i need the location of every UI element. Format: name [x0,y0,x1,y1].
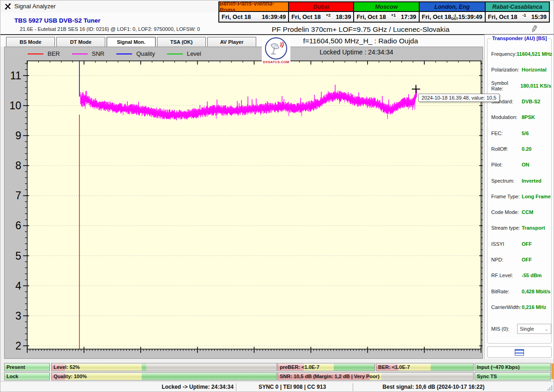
field-label: Frame Type: [488,194,522,199]
svg-text:2: 2 [15,340,21,352]
chevron-down-icon: ⌄ [545,327,548,332]
field-value: CCM [522,209,533,215]
signal-bar-input: Input (~470 Kbps) [475,363,551,371]
chart-legend: BER SNR Quality Level [28,50,201,57]
transponder-field-row: RF Level:-55 dBm [488,267,551,283]
field-value: -55 dBm [522,273,542,278]
clock-time: 15:39 [531,13,547,20]
antenna-info: PF Prodelin 370cm+ LOF=9.75 GHz / Lucene… [199,25,522,34]
legend-quality: Quality [116,50,155,57]
svg-text:4: 4 [15,280,21,292]
transponder-field-row: NPD:OFF [488,252,551,267]
tab-av-player[interactable]: AV Player [207,37,256,47]
clock-dst-offset: -1 DST [451,14,458,20]
bar-label: SNR: 10,5 dB (Margin: 1,2 dB | Very Poor… [280,373,379,380]
locked-uptime: Locked Uptime : 24:34:34 [189,48,524,56]
clock-city-label: Rabat-Casablanca [486,2,549,12]
clock-date: Fri, Oct 18 [222,13,251,20]
status-separator [236,383,236,391]
tab-tsa[interactable]: TSA (OK) [157,37,206,47]
field-value: 0,428 Mbit/s [522,289,550,294]
clock-date: Fri, Oct 18 [356,13,386,20]
transponder-fields: Frequency:11604,521 MHzPolarization:Hori… [488,46,551,315]
transponder-field-row: Modulation:8PSK [488,109,551,125]
field-value: Transport [522,225,545,231]
snr-trend-chart[interactable]: 234567891011 [5,47,482,358]
signal-bar-lock: Lock [4,372,50,380]
legend-snr: SNR [72,50,104,57]
field-label: CarrierWidth: [488,304,522,310]
transponder-field-row: Stream type:Transport [488,220,551,236]
clock-london: London, Eng Fri, Oct 18 -1 DST 15:39:49 [419,2,485,22]
bar-label: Lock [6,373,18,380]
header-area: Signal Analyzer Berlin-Paris-Vienna-Roma… [0,0,554,47]
tab-dt-mode[interactable]: DT Mode [56,37,105,47]
mis-label: MIS (0): [488,326,517,332]
save-button[interactable] [487,346,552,358]
bar-segment [431,363,473,371]
tab-signal-mon[interactable]: Signal Mon. [107,37,156,47]
transponder-field-row: Pilot:ON [488,157,551,172]
app-icon [4,3,12,10]
field-label: Stream type: [488,225,522,231]
field-value: 5/6 [522,131,529,136]
field-label: Symbol Rate: [488,80,520,91]
svg-text:6: 6 [15,220,21,232]
svg-text:8: 8 [15,160,21,172]
field-label: FEC: [488,131,522,136]
bar-segment [381,373,473,380]
bar-label: Input (~470 Kbps) [477,364,520,370]
clock-city-label: Dubai [289,2,353,12]
resize-grip-icon[interactable] [547,385,553,392]
field-label: NPD: [488,257,522,262]
signal-bar-preber: preBER: <1.0E-7 [277,363,375,371]
bar-label: Level: 52% [54,364,80,370]
transponder-field-row: RollOff:0.20 [488,141,551,157]
tuner-name: TBS 5927 USB DVB-S2 Tuner [14,17,101,24]
mis-select[interactable]: Single ⌄ [517,324,551,334]
transponder-panel: Transponder (AU) [BS] Frequency:11604,52… [484,35,554,359]
bar-segment [142,373,277,380]
quality-line-swatch [116,53,132,54]
field-value: OFF [522,257,532,262]
bar-label: Present [6,364,25,370]
status-uptime: Locked -> Uptime: 24:34:34 [162,384,234,390]
legend-ber: BER [28,50,60,57]
clock-berlin: Berlin-Paris-Vienna-Roma Fri, Oct 18 16:… [219,2,288,22]
clock-rabat: Rabat-Casablanca Fri, Oct 18 -1 15:39 [485,2,549,22]
window-title: Signal Analyzer [14,3,56,10]
svg-text:10: 10 [9,100,21,112]
field-value: ON [522,162,530,167]
mis-row: MIS (0): Single ⌄ [488,324,551,334]
clock-offset: +1 [391,13,396,18]
transponder-field-row: CarrierWidth:0,216 MHz [488,299,551,315]
level-line-swatch [167,53,183,54]
tab-bs-mode[interactable]: BS Mode [6,37,55,47]
field-label: RF Level: [488,273,522,278]
signal-bar-quality: Quality: 100% [51,372,277,380]
clock-date: Fri, Oct 18 [488,13,518,20]
status-bar: Locked -> Uptime: 24:34:34 SYNC 0 | TEI … [0,381,554,392]
dxsatcs-logo: DXSATCS.COM [262,37,290,64]
field-label: ISSYI [488,241,522,247]
clock-time: 17:39 [401,13,416,20]
signal-bar-present: Present [4,363,50,371]
transponder-field-row: Code Mode:CCM [488,204,551,220]
svg-text:9: 9 [15,130,21,142]
clock-time: 15:39:49 [458,13,482,20]
transponder-field-row: Polarization:Horizontal [488,62,551,77]
svg-text:3: 3 [15,310,21,322]
satellite-dish-icon [265,37,287,59]
field-value: 180,011 KS/s [520,83,551,89]
signal-analyzer-window: Signal Analyzer Berlin-Paris-Vienna-Roma… [0,0,554,392]
transponder-field-row: Spectrum:Inverted [488,172,551,188]
field-value: Long Frame [522,194,551,199]
bar-segment [334,363,374,371]
signal-chart-panel: Locked Uptime : 24:34:34 BER SNR Quality… [4,47,483,359]
transponder-field-row: FEC:5/6 [488,125,551,141]
field-value: 8PSK [522,114,535,120]
signal-bar-level: Level: 52% [51,363,277,371]
signal-bar-snr: SNR: 10,5 dB (Margin: 1,2 dB | Very Poor… [277,372,474,380]
bar-label: Sync TS [477,373,497,380]
clock-time: 18:39 [336,13,351,20]
